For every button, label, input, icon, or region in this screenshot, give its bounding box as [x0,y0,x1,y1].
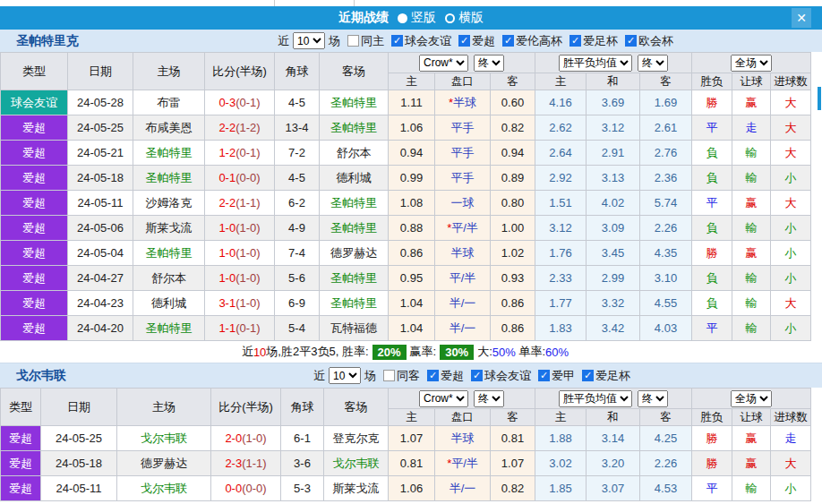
same-checkbox[interactable] [383,370,395,381]
avg-home: 2.62 [535,115,587,141]
match-type-badge: 爱超 [1,166,68,191]
scope-select[interactable]: 全场 [731,55,772,72]
league-checkbox[interactable] [582,370,594,381]
avg-final-select[interactable]: 终 [638,390,668,407]
match-date: 24-05-18 [41,451,117,476]
match-type-badge: 爱超 [1,191,68,216]
league-label: 球会友谊 [405,33,451,49]
avg-final-select[interactable]: 终 [638,55,668,72]
team-name: 圣帕特里克 [16,33,79,49]
match-type-badge: 爱超 [1,115,68,141]
odds-final-select[interactable]: 终 [474,390,504,407]
result-handicap: 輸 [732,266,771,291]
avg-home: 2.92 [535,166,587,191]
result-handicap: 輸 [732,476,771,501]
handicap: 半球 [435,426,491,451]
column-header: 客 [640,409,692,426]
match-score: 1-0(1-0) [205,241,275,266]
avg-draw: 3.45 [587,241,640,266]
handicap: 平手 [435,166,491,191]
same-label: 同主 [361,33,384,49]
match-count-select[interactable]: 10 [329,367,361,384]
column-header: 客 [491,409,535,426]
result-handicap: 輸 [732,166,771,191]
league-checkbox[interactable] [502,35,514,47]
scope-select[interactable]: 全场 [731,390,772,407]
panel-title: 近期战绩 [338,10,389,26]
column-header: 胜负 [692,409,732,426]
avg-draw: 3.12 [587,115,640,141]
fulltime-score: 1-0 [218,221,235,235]
avg-draw: 2.91 [587,141,640,166]
summary-text: 场,胜2平3负5, 胜率: [266,344,368,360]
match-date: 24-05-11 [41,476,117,501]
radio-vertical-layout[interactable] [398,13,407,23]
column-header: 进球数 [771,409,811,426]
avg-type-select[interactable]: 胜平负均值 [559,390,632,407]
home-team: 斯莱戈流 [133,216,205,241]
league-checkbox[interactable] [427,370,439,381]
league-checkbox[interactable] [471,370,483,381]
games-label: 场 [329,33,340,49]
league-checkbox[interactable] [538,370,550,381]
halftime-score: (1-0) [235,221,260,235]
home-team: 圣帕特里 [133,166,205,191]
league-checkbox[interactable] [458,35,470,47]
avg-away: 4.35 [640,241,692,266]
league-checkbox[interactable] [391,35,403,47]
match-score: 0-1(0-0) [205,166,275,191]
close-icon[interactable]: ✕ [792,8,811,28]
fulltime-score: 2-3 [225,457,242,470]
titlebar: 近期战绩 竖版 横版 ✕ [0,6,822,30]
away-team: 圣帕特里 [320,291,389,316]
match-date: 24-05-18 [68,166,133,191]
filter-controls: 近10场同客爱超球会友谊爱甲爱足杯 [313,367,630,384]
avg-draw: 2.99 [587,266,640,291]
match-score: 3-1(1-0) [205,291,275,316]
home-team: 圣帕特里 [133,316,205,341]
match-type-badge: 爱超 [1,216,68,241]
fulltime-score: 0-0 [225,482,242,495]
home-team: 戈尔韦联 [117,476,211,501]
avg-away: 4.55 [640,291,692,316]
match-date: 24-04-23 [68,291,133,316]
result-goals: 大 [771,451,811,476]
odds-away: 0.86 [491,316,535,341]
avg-type-select[interactable]: 胜平负均值 [559,55,632,72]
match-type-badge: 球会友谊 [1,90,68,115]
home-team: 圣帕特里 [133,141,205,166]
odds-company-select[interactable]: Crow* [419,390,468,407]
column-header: 胜负 [692,73,732,90]
league-label: 爱超 [441,368,464,384]
column-header: 比分(半场) [211,389,281,426]
result-handicap: 赢 [732,90,771,115]
match-score: 2-2(1-2) [205,115,275,141]
handicap: 一球 [435,191,491,216]
corner-count: 4-9 [275,216,320,241]
league-checkbox[interactable] [569,35,581,47]
odds-away: 0.93 [491,266,535,291]
radio-horizontal-layout[interactable] [445,13,455,23]
result-handicap: 輸 [732,141,771,166]
table-row: 爱超24-05-18圣帕特里0-1(0-0)4-5德利城0.99平手0.892.… [1,166,811,191]
match-date: 24-05-25 [68,115,133,141]
handicap: *平/半 [435,451,491,476]
handicap-name: 半/一 [450,321,476,335]
column-header: 类型 [1,53,68,90]
home-team: 德罗赫达 [117,451,211,476]
odds-final-select[interactable]: 终 [474,55,504,72]
odds-company-select[interactable]: Crow* [419,55,468,72]
odds-away: 1.00 [491,216,535,241]
scrollbar-thumb[interactable] [818,87,821,110]
same-checkbox[interactable] [347,35,359,47]
result-wdl: 負 [692,266,732,291]
league-label: 爱伦高杯 [516,33,562,49]
radio-vertical-label: 竖版 [411,10,436,26]
home-team: 沙姆洛克 [133,191,205,216]
result-wdl: 負 [692,291,732,316]
match-count-select[interactable]: 10 [293,32,325,49]
avg-draw: 3.20 [587,451,640,476]
avg-away: 3.10 [640,266,692,291]
league-checkbox[interactable] [625,35,637,47]
table-row: 爱超24-05-11戈尔韦联0-0(0-0)5-3斯莱戈流1.06半/一0.82… [1,476,811,501]
